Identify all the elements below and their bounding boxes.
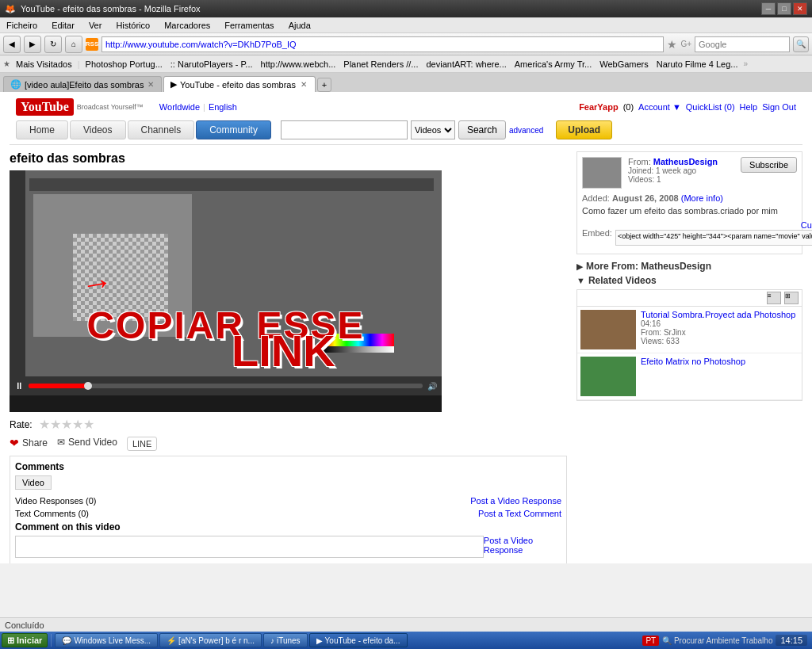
customize-link[interactable]: Customize <box>801 220 812 230</box>
bookmark-photoshop[interactable]: Photoshop Portug... <box>83 59 165 70</box>
taskbar-youtube[interactable]: ▶ YouTube - efeito da... <box>309 633 408 647</box>
more-info-link[interactable]: (More info) <box>681 193 723 203</box>
signout-link[interactable]: Sign Out <box>762 102 796 112</box>
list-view-btn[interactable]: ≡ <box>767 292 781 304</box>
english-link[interactable]: English <box>209 102 237 112</box>
menu-ferramentas[interactable]: Ferramentas <box>221 19 277 32</box>
video-responses-row: Video Responses (0) Post a Video Respons… <box>15 496 561 506</box>
menu-ver[interactable]: Ver <box>86 19 105 32</box>
post-text-comment-link[interactable]: Post a Text Comment <box>478 509 561 518</box>
forward-button[interactable]: ▶ <box>24 36 41 53</box>
send-video-button[interactable]: ✉ Send Video <box>57 437 117 448</box>
more-from-row[interactable]: ▶ More From: MatheusDesign <box>576 261 802 272</box>
comment-input[interactable] <box>15 536 484 558</box>
video-title: efeito das sombras <box>10 151 567 166</box>
yt-upload-button[interactable]: Upload <box>556 120 612 139</box>
minimize-button[interactable]: ─ <box>761 2 776 15</box>
channel-card: From: MatheusDesign Joined: 1 week ago V… <box>576 151 802 254</box>
nav-videos[interactable]: Videos <box>70 120 125 139</box>
windows-logo: ⊞ <box>7 636 14 646</box>
bookmarks-more[interactable]: » <box>744 59 749 68</box>
share-button[interactable]: ❤ Share <box>10 437 48 449</box>
bookmark-americas-army[interactable]: America's Army Tr... <box>512 59 594 70</box>
bookmark-mais-visitados[interactable]: Mais Visitados <box>13 59 75 70</box>
related-thumb-1[interactable] <box>580 310 636 349</box>
advanced-link[interactable]: advanced <box>509 126 543 135</box>
menu-ajuda[interactable]: Ajuda <box>285 19 314 32</box>
bookmark-webch[interactable]: http://www.webch... <box>259 59 339 70</box>
channel-name[interactable]: MatheusDesign <box>653 157 718 166</box>
post-response-bottom-link[interactable]: Post a Video Response <box>484 536 561 558</box>
menu-marcadores[interactable]: Marcadores <box>161 19 213 32</box>
yt-search-button[interactable]: Search <box>458 120 506 139</box>
taskbar-windows-live[interactable]: 💬 Windows Live Mess... <box>55 633 158 647</box>
progress-bar[interactable] <box>29 384 423 388</box>
related-videos-row[interactable]: ▼ Related Videos <box>576 275 802 286</box>
related-thumb-2[interactable] <box>580 357 636 396</box>
menu-editar[interactable]: Editar <box>48 19 78 32</box>
nav-search-button[interactable]: 🔍 <box>793 36 809 52</box>
bookmark-webgamers[interactable]: WebGamers <box>597 59 651 70</box>
back-button[interactable]: ◀ <box>3 36 21 53</box>
bookmark-naruto-filme[interactable]: Naruto Filme 4 Leg... <box>654 59 741 70</box>
maximize-button[interactable]: □ <box>777 2 791 15</box>
start-label: Iniciar <box>17 636 42 645</box>
bookmark-naruto[interactable]: :: NarutoPlayers - P... <box>168 59 255 70</box>
account-link[interactable]: Account ▼ <box>638 102 681 112</box>
play-button[interactable]: ⏸ <box>14 380 24 391</box>
post-response-row: Post a Video Response <box>15 536 561 558</box>
taskbar-itunes[interactable]: ♪ iTunes <box>263 633 308 647</box>
nav-community[interactable]: Community <box>196 120 271 139</box>
yt-search-select[interactable]: Videos <box>411 120 455 139</box>
star-rating[interactable]: ★★★★★ <box>39 417 94 432</box>
bookmarks-bar: ★ Mais Visitados | Photoshop Portug... :… <box>0 55 812 73</box>
tab-close-2[interactable]: ✕ <box>299 80 308 90</box>
username-link[interactable]: FearYapp <box>579 102 619 112</box>
help-link[interactable]: Help <box>740 102 758 112</box>
related-item-2: Efeito Matrix no Photoshop <box>577 353 802 400</box>
subscribe-button[interactable]: Subscribe <box>741 157 797 173</box>
taskbar-icon-1: 💬 <box>62 636 71 645</box>
taskbar-label-4: YouTube - efeito da... <box>325 636 400 645</box>
video-controls: ⏸ 🔊 <box>10 376 442 395</box>
nav-channels[interactable]: Channels <box>128 120 195 139</box>
tab-close-1[interactable]: ✕ <box>147 80 155 90</box>
title-bar-left: 🦊 YouTube - efeito das sombras - Mozilla… <box>5 4 201 14</box>
new-tab-button[interactable]: + <box>317 78 331 92</box>
text-comments-row: Text Comments (0) Post a Text Comment <box>15 509 561 518</box>
line-badge[interactable]: LINE <box>127 437 157 451</box>
home-button[interactable]: ⌂ <box>65 36 82 53</box>
video-tab[interactable]: Video <box>15 475 52 490</box>
menu-historico[interactable]: Histórico <box>113 19 153 32</box>
taskbar-ans-power[interactable]: ⚡ [aN's Power] b é r n... <box>159 633 262 647</box>
related-title-1[interactable]: Tutorial Sombra.Proyect ada Photoshop <box>641 310 795 319</box>
more-from-arrow: ▶ <box>576 262 583 272</box>
nav-search-input[interactable] <box>695 36 790 52</box>
tab-video-aula[interactable]: 🌐 [video aula]Efeito das sombras ✕ <box>3 76 162 92</box>
address-bar[interactable] <box>102 36 664 52</box>
bookmark-deviantart[interactable]: deviantART: where... <box>423 59 508 70</box>
close-button[interactable]: ✕ <box>793 2 807 15</box>
related-item-1: Tutorial Sombra.Proyect ada Photoshop 04… <box>577 307 802 353</box>
video-player[interactable]: → COPIAR ESSE LINK ⏸ 🔊 <box>10 170 442 412</box>
yt-top-links: Worldwide | English <box>159 102 237 112</box>
progress-dot <box>84 382 92 390</box>
bookmark-planet[interactable]: Planet Renders //... <box>341 59 420 70</box>
yt-search-input[interactable] <box>281 120 408 139</box>
quicklist-link[interactable]: QuickList (0) <box>686 102 735 112</box>
channel-videos: Videos: 1 <box>628 175 734 184</box>
channel-joined: Joined: 1 week ago <box>628 166 734 175</box>
taskbar-icon-2: ⚡ <box>167 636 176 645</box>
start-button[interactable]: ⊞ Iniciar <box>2 633 48 647</box>
refresh-button[interactable]: ↻ <box>44 36 62 53</box>
bookmark-star-icon[interactable]: ★ <box>667 38 677 51</box>
embed-code-box[interactable]: <object width="425" height="344"><param … <box>615 230 812 246</box>
post-video-response-link[interactable]: Post a Video Response <box>470 496 561 506</box>
grid-view-btn[interactable]: ⊞ <box>784 292 799 304</box>
related-title-2[interactable]: Efeito Matrix no Photoshop <box>641 357 745 366</box>
share-area: ❤ Share ✉ Send Video LINE <box>10 437 567 451</box>
nav-home[interactable]: Home <box>16 120 68 139</box>
menu-ficheiro[interactable]: Ficheiro <box>3 19 40 32</box>
worldwide-link[interactable]: Worldwide <box>159 102 200 112</box>
tab-youtube[interactable]: ▶ YouTube - efeito das sombras ✕ <box>163 76 316 92</box>
